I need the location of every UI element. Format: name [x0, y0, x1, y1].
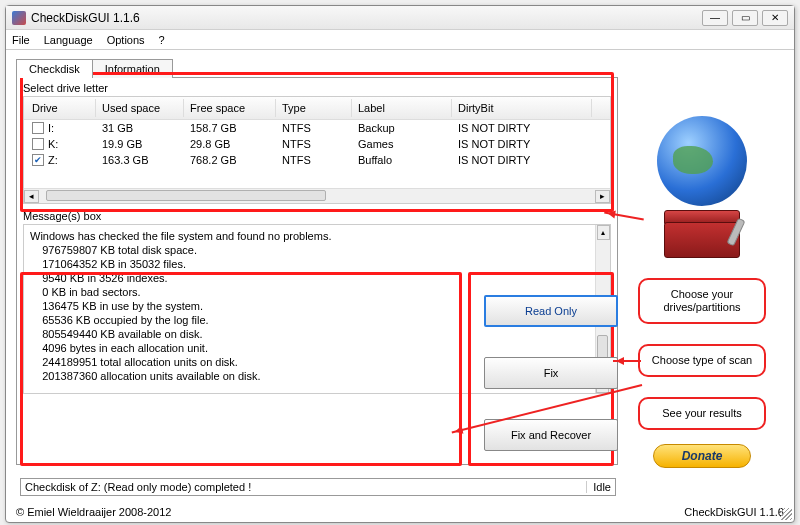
titlebar[interactable]: CheckDiskGUI 1.1.6 — ▭ ✕: [6, 6, 794, 30]
status-idle: Idle: [586, 481, 611, 493]
table-row[interactable]: K:19.9 GB29.8 GBNTFSGamesIS NOT DIRTY: [24, 136, 610, 152]
drive-letter: I:: [48, 122, 54, 134]
cell-type: NTFS: [276, 153, 352, 167]
col-label[interactable]: Label: [352, 99, 452, 117]
tab-checkdisk[interactable]: Checkdisk: [16, 59, 93, 78]
cell-used: 31 GB: [96, 121, 184, 135]
sidebar: Choose your drives/partitions Choose typ…: [622, 116, 782, 468]
drive-letter: Z:: [48, 154, 58, 166]
maximize-button[interactable]: ▭: [732, 10, 758, 26]
table-row[interactable]: ✔Z:163.3 GB768.2 GBNTFSBuffaloIS NOT DIR…: [24, 152, 610, 168]
drive-table: Drive Used space Free space Type Label D…: [23, 96, 611, 204]
scroll-right-icon[interactable]: ▸: [595, 190, 610, 203]
donate-button[interactable]: Donate: [653, 444, 751, 468]
cell-dirty: IS NOT DIRTY: [452, 121, 592, 135]
action-buttons: Read Only Fix Fix and Recover: [484, 295, 618, 451]
cell-used: 163.3 GB: [96, 153, 184, 167]
scroll-left-icon[interactable]: ◂: [24, 190, 39, 203]
cell-used: 19.9 GB: [96, 137, 184, 151]
messages-label: Message(s) box: [23, 210, 611, 224]
resize-grip[interactable]: [780, 508, 792, 520]
callout-drives: Choose your drives/partitions: [638, 278, 766, 324]
copyright: © Emiel Wieldraaijer 2008-2012: [16, 506, 171, 518]
horizontal-scrollbar[interactable]: ◂ ▸: [24, 188, 610, 203]
drive-checkbox[interactable]: [32, 122, 44, 134]
read-only-button[interactable]: Read Only: [484, 295, 618, 327]
globe-icon: [657, 116, 747, 206]
callout-results: See your results: [638, 397, 766, 430]
app-icon: [12, 11, 26, 25]
cell-free: 158.7 GB: [184, 121, 276, 135]
drive-letter: K:: [48, 138, 58, 150]
cell-free: 768.2 GB: [184, 153, 276, 167]
cell-label: Backup: [352, 121, 452, 135]
tab-information[interactable]: Information: [92, 59, 173, 78]
toolbox-icon: [660, 202, 744, 258]
minimize-button[interactable]: —: [702, 10, 728, 26]
drive-table-header: Drive Used space Free space Type Label D…: [24, 97, 610, 120]
footer-version: CheckDiskGUI 1.1.6: [684, 506, 784, 518]
footer: © Emiel Wieldraaijer 2008-2012 CheckDisk…: [16, 506, 784, 518]
cell-type: NTFS: [276, 137, 352, 151]
cell-type: NTFS: [276, 121, 352, 135]
content-area: Checkdisk Information Select drive lette…: [6, 50, 794, 522]
col-used[interactable]: Used space: [96, 99, 184, 117]
window-title: CheckDiskGUI 1.1.6: [31, 11, 698, 25]
status-bar: Checkdisk of Z: (Read only mode) complet…: [20, 478, 616, 496]
fix-button[interactable]: Fix: [484, 357, 618, 389]
drive-checkbox[interactable]: ✔: [32, 154, 44, 166]
col-drive[interactable]: Drive: [26, 99, 96, 117]
fix-recover-button[interactable]: Fix and Recover: [484, 419, 618, 451]
col-free[interactable]: Free space: [184, 99, 276, 117]
scroll-thumb[interactable]: [46, 190, 326, 201]
app-window: CheckDiskGUI 1.1.6 — ▭ ✕ File Language O…: [5, 5, 795, 523]
cell-label: Games: [352, 137, 452, 151]
close-button[interactable]: ✕: [762, 10, 788, 26]
cell-label: Buffalo: [352, 153, 452, 167]
scroll-up-icon[interactable]: ▴: [597, 225, 610, 240]
drive-section-label: Select drive letter: [17, 82, 617, 96]
arrow-to-scan: [613, 360, 641, 362]
status-text: Checkdisk of Z: (Read only mode) complet…: [25, 481, 251, 493]
cell-free: 29.8 GB: [184, 137, 276, 151]
col-type[interactable]: Type: [276, 99, 352, 117]
callout-scan: Choose type of scan: [638, 344, 766, 377]
cell-dirty: IS NOT DIRTY: [452, 153, 592, 167]
menu-file[interactable]: File: [12, 34, 30, 46]
cell-dirty: IS NOT DIRTY: [452, 137, 592, 151]
col-dirty[interactable]: DirtyBit: [452, 99, 592, 117]
drive-checkbox[interactable]: [32, 138, 44, 150]
menu-options[interactable]: Options: [107, 34, 145, 46]
menu-language[interactable]: Language: [44, 34, 93, 46]
menu-help[interactable]: ?: [159, 34, 165, 46]
menubar: File Language Options ?: [6, 30, 794, 50]
table-row[interactable]: I:31 GB158.7 GBNTFSBackupIS NOT DIRTY: [24, 120, 610, 136]
tab-strip: Checkdisk Information: [16, 58, 784, 77]
